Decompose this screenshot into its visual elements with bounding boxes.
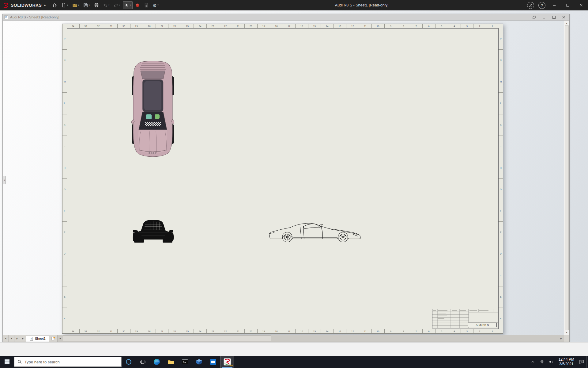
zone-label: N (499, 49, 503, 71)
taskbar-search[interactable] (14, 357, 122, 367)
drawing-view-side[interactable] (267, 219, 363, 245)
help-icon: ? (541, 3, 543, 8)
task-view-icon (139, 358, 146, 365)
title-block[interactable]: Audi R8 S (432, 309, 499, 328)
cube-app-button[interactable] (192, 356, 206, 368)
horizontal-scrollbar-track[interactable] (63, 335, 559, 342)
help-button[interactable]: ? (538, 2, 545, 9)
previous-sheet-button[interactable]: ◀ (9, 335, 14, 342)
zone-label: 32 (92, 329, 105, 333)
doc-restore-down-button[interactable] (530, 15, 538, 20)
dropdown-caret-icon[interactable]: ▾ (130, 4, 131, 6)
scroll-up-arrow[interactable]: ▲ (564, 21, 569, 25)
edge-button[interactable] (150, 356, 164, 368)
horizontal-scrollbar[interactable]: ◀ ▶ (57, 335, 564, 342)
new-document-button[interactable]: ▾ (60, 1, 70, 9)
scroll-down-arrow[interactable]: ▼ (564, 330, 569, 335)
drawing-sheet[interactable]: 3433323130292827262524232221201918171615… (62, 24, 503, 334)
zone-label: L (499, 92, 503, 114)
doc-minimize-button[interactable] (540, 15, 548, 20)
clock-date: 3/5/2021 (559, 362, 574, 366)
screen: SOLIDWORKS ▸ ▾ ▾ ▾ ▾ (0, 0, 588, 368)
title-block-model-name[interactable]: Audi R8 S (468, 323, 497, 327)
last-sheet-button[interactable]: ▶ (20, 335, 26, 342)
show-desktop-button[interactable] (586, 356, 588, 368)
zone-label: E (499, 221, 503, 243)
doc-close-button[interactable] (560, 15, 568, 20)
dropdown-caret-icon[interactable]: ▾ (157, 4, 159, 6)
zone-label: C (499, 265, 503, 286)
zone-label: 7 (410, 24, 423, 28)
maximize-button[interactable] (561, 0, 575, 10)
first-sheet-button[interactable]: ◀ (3, 335, 9, 342)
task-view-button[interactable] (136, 356, 150, 368)
blue-app-button[interactable] (206, 356, 220, 368)
drawing-view-top[interactable] (131, 60, 174, 157)
zone-label: 19 (257, 24, 270, 28)
zone-label: 25 (181, 329, 194, 333)
blue-app-icon (209, 358, 217, 366)
redo-button[interactable]: ▾ (112, 1, 122, 9)
zone-label: 34 (67, 329, 79, 333)
dropdown-caret-icon[interactable]: ▾ (89, 4, 90, 6)
scroll-right-arrow[interactable]: ▶ (559, 335, 564, 342)
vertical-scrollbar[interactable]: ▲ ▼ (564, 21, 569, 335)
menu-expand-arrow-icon[interactable]: ▸ (44, 4, 46, 7)
terminal-button[interactable] (178, 356, 192, 368)
volume-button[interactable] (547, 356, 556, 368)
scroll-left-arrow[interactable]: ◀ (58, 335, 63, 342)
zone-label: 9 (384, 24, 397, 28)
open-button[interactable]: ▾ (71, 1, 81, 9)
dropdown-caret-icon[interactable]: ▾ (119, 4, 120, 6)
dropdown-caret-icon[interactable]: ▾ (67, 4, 68, 6)
drawing-view-front[interactable] (132, 217, 174, 245)
doc-maximize-button[interactable] (550, 15, 558, 20)
zone-label: 27 (156, 329, 168, 333)
close-button[interactable] (575, 0, 588, 10)
zone-label: 25 (181, 24, 194, 28)
car-front-view-graphic (132, 217, 174, 245)
dropdown-caret-icon[interactable]: ▾ (108, 4, 110, 6)
options-button[interactable]: ⚙ ▾ (151, 1, 160, 9)
print-button[interactable] (92, 1, 100, 9)
minimize-button[interactable] (548, 0, 561, 10)
zone-label: 19 (257, 329, 270, 333)
zone-label: 30 (117, 329, 130, 333)
file-explorer-button[interactable] (164, 356, 178, 368)
action-center-icon (579, 359, 584, 365)
dropdown-caret-icon[interactable]: ▾ (78, 4, 79, 6)
search-input[interactable] (24, 360, 118, 364)
network-button[interactable] (537, 356, 547, 368)
next-sheet-button[interactable]: ▶ (14, 335, 20, 342)
home-button[interactable] (51, 1, 59, 9)
start-button[interactable] (0, 356, 14, 368)
graphics-area[interactable]: ◂ 34333231302928272625242322212019181716… (3, 21, 569, 335)
add-sheet-button[interactable] (49, 335, 57, 342)
save-button[interactable]: ▾ (82, 1, 92, 9)
hidden-icons-button[interactable] (528, 356, 537, 368)
collapse-pane-arrow[interactable]: ◂ (3, 176, 6, 184)
zone-label: 18 (270, 329, 283, 333)
taskbar-clock[interactable]: 12:44 PM 3/5/2021 (556, 357, 577, 366)
solidworks-app-button[interactable]: 2021 (220, 356, 234, 368)
zone-label: 10 (371, 329, 384, 333)
zone-label: 14 (321, 24, 334, 28)
zone-label: G (62, 178, 67, 200)
user-account-button[interactable] (527, 2, 534, 9)
solidworks-logo-text: SOLIDWORKS (11, 3, 42, 8)
zone-label: 4 (448, 24, 461, 28)
zone-label: L (62, 92, 67, 114)
zone-label: M (62, 71, 67, 92)
cortana-button[interactable] (122, 356, 136, 368)
undo-button[interactable]: ▾ (101, 1, 111, 9)
zone-label: 23 (206, 329, 219, 333)
select-tool-button[interactable]: ▾ (123, 1, 133, 9)
action-center-button[interactable] (577, 356, 586, 368)
zone-label: M (499, 71, 503, 92)
zone-label: 17 (283, 24, 296, 28)
file-properties-button[interactable] (142, 1, 150, 9)
rebuild-button[interactable] (134, 1, 141, 9)
tab-sheet1[interactable]: Sheet1 (26, 335, 49, 342)
vertical-scrollbar-thumb[interactable] (565, 25, 569, 330)
horizontal-scrollbar-thumb[interactable] (63, 335, 271, 341)
